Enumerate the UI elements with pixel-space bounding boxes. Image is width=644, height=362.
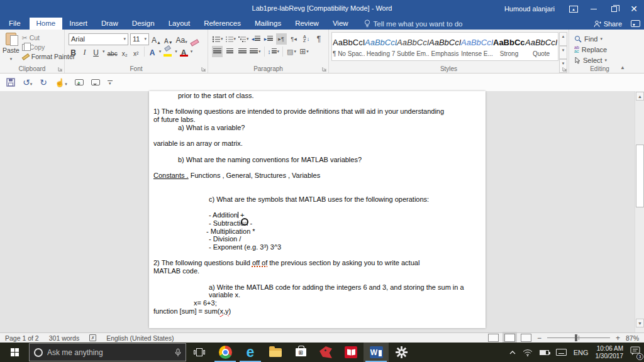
style-heading-7[interactable]: AaBbCcDcHeading 7 — [365, 34, 397, 59]
proofing-errors-icon[interactable]: ✗ — [89, 334, 96, 341]
start-button[interactable] — [0, 343, 29, 362]
tab-home[interactable]: Home — [30, 18, 63, 30]
bullet-list-button[interactable]: ▾ — [212, 33, 223, 45]
show-paragraph-marks-button[interactable]: ¶ — [314, 33, 325, 45]
clipboard-dialog-launcher[interactable] — [58, 67, 63, 72]
touch-mode-button[interactable]: ☝▾ — [55, 78, 67, 87]
style-strong[interactable]: AaBbCcIStrong — [493, 34, 525, 59]
cortana-search-box[interactable] — [29, 343, 186, 361]
taskbar-red-bird-app-button[interactable] — [313, 343, 338, 362]
read-mode-button[interactable] — [488, 334, 499, 342]
change-case-button[interactable]: Aa▾ — [175, 33, 188, 45]
style-no-spacing[interactable]: AaBbCcI¶ No Spac... — [333, 34, 365, 59]
clear-formatting-button[interactable] — [190, 33, 199, 45]
ltr-text-direction-button[interactable]: ▸¶ — [276, 33, 287, 45]
font-dialog-launcher[interactable] — [201, 67, 206, 72]
action-center-button[interactable]: 3 — [630, 346, 640, 358]
text-effects-button[interactable]: A — [148, 46, 157, 57]
tab-references[interactable]: References — [197, 18, 248, 30]
vertical-scrollbar[interactable]: ▲ ▼ — [635, 91, 644, 332]
replace-button[interactable]: abac Replace — [574, 44, 630, 55]
language-indicator[interactable]: English (United States) — [106, 334, 174, 342]
tab-file[interactable]: File — [0, 18, 30, 30]
sort-button[interactable]: AZ↓ — [301, 33, 312, 45]
share-button[interactable]: Share — [594, 20, 622, 28]
paragraph-dialog-launcher[interactable] — [322, 67, 327, 72]
clock[interactable]: 10:06 AM 1/30/2017 — [596, 345, 624, 360]
word-count[interactable]: 301 words — [49, 334, 79, 342]
taskbar-settings-button[interactable] — [389, 343, 414, 362]
subscript-button[interactable]: x₂ — [120, 46, 130, 57]
battery-icon[interactable] — [540, 350, 549, 355]
touch-keyboard-icon[interactable] — [556, 349, 567, 356]
comments-button[interactable] — [631, 20, 640, 27]
select-button[interactable]: Select▾ — [574, 55, 630, 65]
tab-insert[interactable]: Insert — [62, 18, 94, 30]
style-emphasis[interactable]: AaBbCcIEmphasis — [429, 34, 461, 59]
taskbar-word-button[interactable]: W — [364, 343, 389, 362]
microphone-icon[interactable] — [175, 348, 181, 357]
restore-button[interactable] — [604, 0, 624, 18]
input-language[interactable]: ENG — [574, 349, 589, 356]
show-hidden-icons-chevron[interactable] — [509, 351, 516, 354]
wifi-icon[interactable] — [523, 349, 533, 356]
taskbar-edge-button[interactable]: e — [238, 343, 263, 362]
font-size-select[interactable]: 11▾ — [130, 33, 149, 45]
strikethrough-button[interactable]: abc — [107, 46, 118, 57]
text-effects-dropdown-icon[interactable]: ▾ — [159, 49, 162, 54]
multilevel-list-button[interactable]: ▾ — [238, 33, 249, 45]
underline-dropdown-icon[interactable]: ▾ — [103, 49, 105, 54]
page-indicator[interactable]: Page 1 of 2 — [5, 334, 39, 342]
style-subtle-emphasis[interactable]: AaBbCcISubtle Em... — [397, 34, 429, 59]
rtl-text-direction-button[interactable]: ¶◂ — [289, 33, 299, 45]
zoom-in-button[interactable]: + — [616, 334, 620, 343]
italic-button[interactable]: I — [80, 46, 89, 57]
tab-view[interactable]: View — [326, 18, 355, 30]
tab-review[interactable]: Review — [288, 18, 326, 30]
font-color-button[interactable]: A — [179, 46, 189, 57]
print-layout-button[interactable] — [504, 334, 515, 342]
tell-me-box[interactable]: Tell me what you want to do — [364, 18, 463, 30]
superscript-button[interactable]: x² — [131, 46, 141, 57]
decrease-indent-button[interactable]: ◂ — [251, 33, 262, 45]
new-comment-icon[interactable]: . — [91, 79, 100, 85]
style-intense-emphasis[interactable]: AaBbCcIIntense E... — [461, 34, 493, 59]
tab-layout[interactable]: Layout — [162, 18, 197, 30]
zoom-level[interactable]: 87% — [626, 334, 639, 342]
undo-button[interactable]: ↺▾ — [23, 77, 32, 87]
line-spacing-button[interactable]: ↕▾ — [268, 46, 280, 57]
align-left-button[interactable] — [212, 46, 223, 57]
align-right-button[interactable] — [237, 46, 248, 57]
styles-scroll-up-button[interactable]: ▲ — [559, 32, 567, 46]
customize-qat-button[interactable]: ▾ — [108, 80, 113, 85]
scroll-down-arrow[interactable]: ▼ — [636, 319, 644, 327]
zoom-slider[interactable] — [547, 337, 610, 338]
highlight-dropdown-icon[interactable]: ▾ — [175, 49, 177, 54]
taskbar-store-button[interactable]: ⊞ — [288, 343, 313, 362]
collapse-ribbon-button[interactable]: ▲ — [620, 65, 625, 70]
underline-button[interactable]: U — [91, 46, 101, 57]
reviewing-pane-icon[interactable]: ▸ — [75, 79, 84, 85]
borders-button[interactable]: ⊞▾ — [299, 46, 309, 57]
zoom-slider-thumb[interactable] — [575, 334, 577, 341]
styles-dialog-launcher[interactable] — [562, 67, 567, 72]
minimize-button[interactable] — [584, 0, 604, 18]
justify-button[interactable]: ▾ — [250, 46, 261, 57]
highlight-button[interactable] — [163, 46, 173, 57]
styles-scroll-down-button[interactable]: ▼ — [559, 46, 567, 60]
signed-in-user[interactable]: Humoud alanjari — [504, 5, 555, 13]
scrollbar-thumb[interactable] — [636, 145, 644, 207]
font-color-dropdown-icon[interactable]: ▾ — [191, 49, 193, 54]
numbered-list-button[interactable]: ▾ — [225, 33, 236, 45]
close-button[interactable]: ✕ — [624, 0, 644, 18]
taskbar-file-explorer-button[interactable] — [263, 343, 288, 362]
grow-font-button[interactable]: A▲ — [151, 33, 162, 45]
find-button[interactable]: Find▾ — [574, 33, 630, 44]
shading-button[interactable]: ▨▾ — [286, 46, 297, 57]
tab-mailings[interactable]: Mailings — [248, 18, 288, 30]
document-page[interactable]: prior to the start of class. 1) The foll… — [149, 91, 486, 328]
font-family-select[interactable]: Arial▾ — [69, 33, 128, 45]
task-view-button[interactable] — [186, 343, 213, 362]
web-layout-button[interactable] — [521, 334, 531, 342]
save-icon[interactable] — [6, 78, 15, 87]
